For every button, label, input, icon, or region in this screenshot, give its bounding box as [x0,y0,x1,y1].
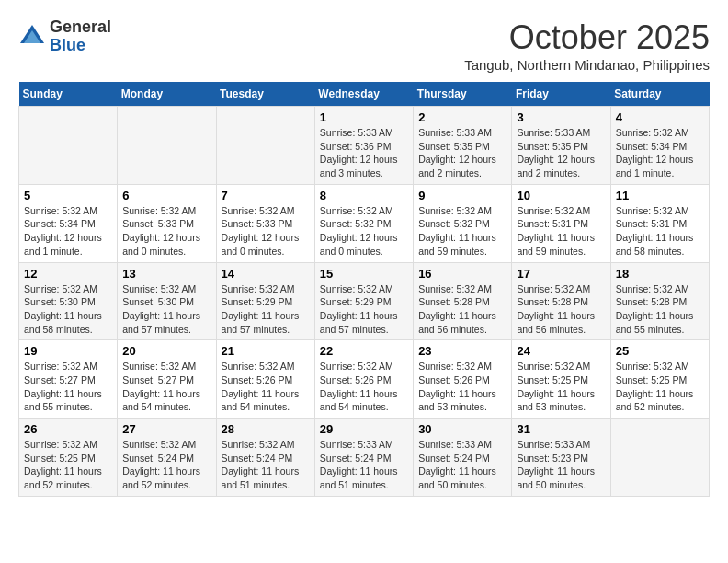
day-info: Sunrise: 5:32 AMSunset: 5:27 PMDaylight:… [24,360,112,414]
calendar-week-row: 5Sunrise: 5:32 AMSunset: 5:34 PMDaylight… [19,184,710,262]
day-number: 11 [616,189,704,202]
calendar-cell: 20Sunrise: 5:32 AMSunset: 5:27 PMDayligh… [118,340,216,419]
calendar-cell [118,107,216,185]
calendar-cell: 27Sunrise: 5:32 AMSunset: 5:24 PMDayligh… [118,419,216,497]
day-info: Sunrise: 5:32 AMSunset: 5:26 PMDaylight:… [418,360,506,414]
calendar-week-row: 26Sunrise: 5:32 AMSunset: 5:25 PMDayligh… [19,419,710,497]
day-info: Sunrise: 5:33 AMSunset: 5:36 PMDaylight:… [320,126,408,180]
month-title: October 2025 [464,18,710,57]
logo: General Blue [18,18,111,55]
location: Tangub, Northern Mindanao, Philippines [464,57,710,73]
calendar-cell: 18Sunrise: 5:32 AMSunset: 5:28 PMDayligh… [610,262,709,340]
day-number: 12 [24,267,112,281]
calendar-week-row: 12Sunrise: 5:32 AMSunset: 5:30 PMDayligh… [19,262,710,340]
day-info: Sunrise: 5:33 AMSunset: 5:35 PMDaylight:… [418,126,506,180]
day-info: Sunrise: 5:33 AMSunset: 5:24 PMDaylight:… [418,438,506,492]
day-number: 1 [320,110,408,124]
day-info: Sunrise: 5:32 AMSunset: 5:24 PMDaylight:… [222,438,310,492]
calendar-cell: 17Sunrise: 5:32 AMSunset: 5:28 PMDayligh… [512,262,610,340]
day-info: Sunrise: 5:32 AMSunset: 5:26 PMDaylight:… [222,360,310,414]
day-number: 29 [320,422,408,436]
calendar-cell [19,107,118,185]
day-info: Sunrise: 5:32 AMSunset: 5:33 PMDaylight:… [122,204,210,259]
day-number: 4 [616,110,704,124]
calendar-cell: 7Sunrise: 5:32 AMSunset: 5:33 PMDaylight… [216,184,314,262]
calendar-cell: 9Sunrise: 5:32 AMSunset: 5:32 PMDaylight… [414,184,512,262]
logo-blue: Blue [50,37,111,55]
day-number: 7 [222,189,310,202]
calendar-cell: 8Sunrise: 5:32 AMSunset: 5:32 PMDaylight… [314,184,413,262]
calendar-cell: 14Sunrise: 5:32 AMSunset: 5:29 PMDayligh… [216,262,314,340]
calendar-cell: 30Sunrise: 5:33 AMSunset: 5:24 PMDayligh… [414,419,512,497]
day-of-week-header: Sunday [19,82,118,107]
day-info: Sunrise: 5:32 AMSunset: 5:30 PMDaylight:… [24,282,112,337]
days-of-week-row: SundayMondayTuesdayWednesdayThursdayFrid… [19,82,710,107]
day-of-week-header: Saturday [610,82,709,107]
day-of-week-header: Tuesday [216,82,314,107]
calendar-cell: 5Sunrise: 5:32 AMSunset: 5:34 PMDaylight… [19,184,118,262]
calendar-cell [610,419,709,497]
day-info: Sunrise: 5:32 AMSunset: 5:31 PMDaylight:… [616,204,704,259]
day-number: 2 [418,110,506,124]
calendar-cell: 13Sunrise: 5:32 AMSunset: 5:30 PMDayligh… [118,262,216,340]
day-number: 23 [418,344,506,358]
calendar-cell: 1Sunrise: 5:33 AMSunset: 5:36 PMDaylight… [314,107,413,185]
day-info: Sunrise: 5:32 AMSunset: 5:28 PMDaylight:… [517,282,605,337]
day-number: 5 [24,189,112,202]
title-block: October 2025 Tangub, Northern Mindanao, … [464,18,710,73]
day-info: Sunrise: 5:32 AMSunset: 5:33 PMDaylight:… [222,204,310,259]
day-number: 27 [122,422,210,436]
calendar-cell: 25Sunrise: 5:32 AMSunset: 5:25 PMDayligh… [610,340,709,419]
day-info: Sunrise: 5:32 AMSunset: 5:29 PMDaylight:… [222,282,310,337]
calendar-header: SundayMondayTuesdayWednesdayThursdayFrid… [19,82,710,107]
calendar-cell: 28Sunrise: 5:32 AMSunset: 5:24 PMDayligh… [216,419,314,497]
calendar-cell: 4Sunrise: 5:32 AMSunset: 5:34 PMDaylight… [610,107,709,185]
calendar-cell: 23Sunrise: 5:32 AMSunset: 5:26 PMDayligh… [414,340,512,419]
calendar-table: SundayMondayTuesdayWednesdayThursdayFrid… [18,82,710,497]
calendar-cell: 29Sunrise: 5:33 AMSunset: 5:24 PMDayligh… [314,419,413,497]
day-info: Sunrise: 5:32 AMSunset: 5:32 PMDaylight:… [320,204,408,259]
day-info: Sunrise: 5:32 AMSunset: 5:24 PMDaylight:… [122,438,210,492]
logo-text: General Blue [50,18,111,55]
day-number: 16 [418,267,506,281]
day-info: Sunrise: 5:32 AMSunset: 5:25 PMDaylight:… [616,360,704,414]
day-number: 14 [222,267,310,281]
calendar-cell: 10Sunrise: 5:32 AMSunset: 5:31 PMDayligh… [512,184,610,262]
day-number: 20 [122,344,210,358]
day-number: 9 [418,189,506,202]
day-number: 18 [616,267,704,281]
day-info: Sunrise: 5:32 AMSunset: 5:32 PMDaylight:… [418,204,506,259]
day-number: 31 [517,422,605,436]
calendar-cell: 15Sunrise: 5:32 AMSunset: 5:29 PMDayligh… [314,262,413,340]
day-info: Sunrise: 5:32 AMSunset: 5:27 PMDaylight:… [122,360,210,414]
calendar-cell: 26Sunrise: 5:32 AMSunset: 5:25 PMDayligh… [19,419,118,497]
logo-icon [18,23,46,51]
calendar-body: 1Sunrise: 5:33 AMSunset: 5:36 PMDaylight… [19,107,710,497]
day-number: 8 [320,189,408,202]
day-info: Sunrise: 5:32 AMSunset: 5:28 PMDaylight:… [616,282,704,337]
calendar-week-row: 1Sunrise: 5:33 AMSunset: 5:36 PMDaylight… [19,107,710,185]
day-number: 30 [418,422,506,436]
logo-general: General [50,18,111,37]
day-number: 22 [320,344,408,358]
day-of-week-header: Friday [512,82,610,107]
day-info: Sunrise: 5:32 AMSunset: 5:26 PMDaylight:… [320,360,408,414]
calendar-cell: 3Sunrise: 5:33 AMSunset: 5:35 PMDaylight… [512,107,610,185]
day-number: 21 [222,344,310,358]
page-header: General Blue October 2025 Tangub, Northe… [18,18,710,73]
day-number: 19 [24,344,112,358]
day-info: Sunrise: 5:33 AMSunset: 5:24 PMDaylight:… [320,438,408,492]
calendar-cell: 6Sunrise: 5:32 AMSunset: 5:33 PMDaylight… [118,184,216,262]
day-number: 15 [320,267,408,281]
day-number: 17 [517,267,605,281]
calendar-week-row: 19Sunrise: 5:32 AMSunset: 5:27 PMDayligh… [19,340,710,419]
day-info: Sunrise: 5:33 AMSunset: 5:23 PMDaylight:… [517,438,605,492]
day-info: Sunrise: 5:32 AMSunset: 5:31 PMDaylight:… [517,204,605,259]
day-of-week-header: Thursday [414,82,512,107]
day-number: 13 [122,267,210,281]
day-number: 6 [122,189,210,202]
day-info: Sunrise: 5:32 AMSunset: 5:34 PMDaylight:… [24,204,112,259]
day-info: Sunrise: 5:32 AMSunset: 5:28 PMDaylight:… [418,282,506,337]
calendar-cell: 11Sunrise: 5:32 AMSunset: 5:31 PMDayligh… [610,184,709,262]
calendar-cell: 22Sunrise: 5:32 AMSunset: 5:26 PMDayligh… [314,340,413,419]
